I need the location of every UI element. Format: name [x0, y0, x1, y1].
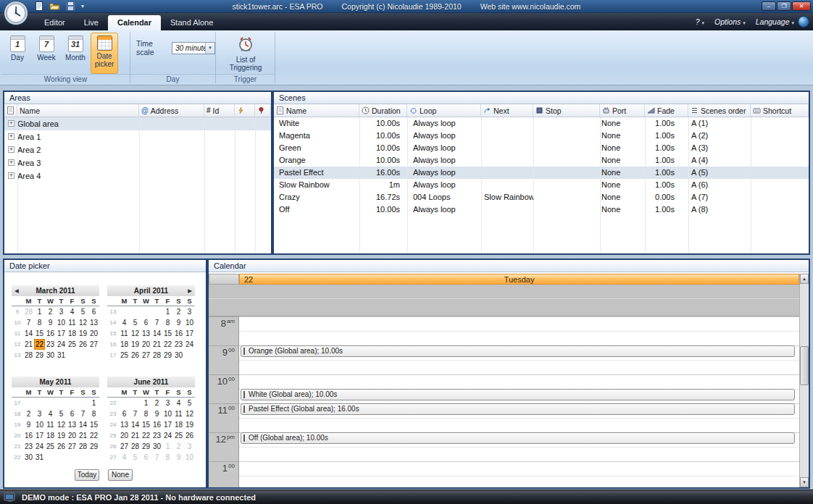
- date-picker-view-button[interactable]: Date picker: [91, 33, 118, 74]
- day-cell[interactable]: 19: [56, 430, 67, 441]
- day-cell[interactable]: 16: [45, 328, 56, 339]
- area-row[interactable]: +Area 2: [4, 143, 271, 156]
- scenes-column-header-next[interactable]: Next: [481, 104, 533, 117]
- day-cell[interactable]: 27: [67, 441, 78, 452]
- day-cell[interactable]: 1: [34, 306, 45, 317]
- day-cell[interactable]: 3: [184, 306, 195, 317]
- calendar-time-grid[interactable]: Orange (Global area); 10.00sWhite (Globa…: [239, 316, 799, 487]
- day-cell[interactable]: 22: [34, 339, 45, 350]
- new-file-icon[interactable]: [33, 1, 44, 11]
- scene-row[interactable]: Pastel Effect16.00sAlways loopNone1.00sA…: [274, 167, 809, 179]
- day-cell[interactable]: 18: [173, 419, 184, 430]
- day-cell[interactable]: 20: [88, 328, 99, 339]
- day-cell[interactable]: 17: [162, 419, 173, 430]
- day-cell[interactable]: 8: [162, 452, 173, 463]
- calendar-event[interactable]: Off (Global area); 10.00s: [241, 432, 795, 444]
- quick-access-dropdown-icon[interactable]: ▾: [81, 1, 84, 11]
- day-cell[interactable]: 28: [151, 350, 162, 361]
- scroll-down-icon[interactable]: ▼: [800, 477, 809, 487]
- areas-column-header-bolt[interactable]: [235, 104, 255, 117]
- tab-calendar[interactable]: Calendar: [108, 15, 161, 30]
- day-cell[interactable]: 2: [173, 306, 184, 317]
- day-cell[interactable]: 6: [141, 317, 151, 328]
- day-cell[interactable]: 21: [151, 339, 162, 350]
- help-menu[interactable]: ?▾: [696, 17, 704, 26]
- day-cell[interactable]: 23: [45, 339, 56, 350]
- scene-row[interactable]: Magenta10.00sAlways loopNone1.00sA (2): [274, 130, 809, 142]
- day-cell[interactable]: 21: [23, 339, 34, 350]
- scenes-column-header-name[interactable]: Name: [274, 104, 359, 117]
- day-cell[interactable]: 7: [78, 408, 88, 419]
- day-cell[interactable]: 1: [162, 441, 173, 452]
- day-cell[interactable]: 29: [141, 441, 151, 452]
- day-cell[interactable]: 26: [184, 430, 195, 441]
- day-cell[interactable]: 28: [23, 306, 34, 317]
- day-cell[interactable]: 11: [45, 419, 56, 430]
- day-cell[interactable]: 30: [23, 452, 34, 463]
- list-of-triggering-button[interactable]: List of Triggering: [220, 33, 271, 74]
- scene-row[interactable]: Green10.00sAlways loopNone1.00sA (3): [274, 142, 809, 154]
- day-cell[interactable]: 5: [78, 306, 88, 317]
- day-cell[interactable]: 8: [141, 408, 151, 419]
- day-cell[interactable]: 19: [130, 339, 141, 350]
- day-cell[interactable]: 16: [23, 430, 34, 441]
- time-scale-select[interactable]: 30 minutes ▾: [172, 42, 215, 54]
- day-cell[interactable]: 11: [119, 328, 130, 339]
- day-cell[interactable]: 10: [184, 452, 195, 463]
- day-cell[interactable]: 31: [56, 350, 67, 361]
- day-cell[interactable]: 13: [67, 419, 78, 430]
- scene-row[interactable]: Slow Rainbow1mAlways loopNone1.00sA (6): [274, 179, 809, 191]
- expand-plus-icon[interactable]: +: [8, 159, 14, 166]
- day-cell[interactable]: 4: [173, 398, 184, 408]
- areas-column-header-id[interactable]: #Id: [204, 104, 235, 117]
- tab-editor[interactable]: Editor: [35, 15, 75, 30]
- day-cell[interactable]: 30: [45, 350, 56, 361]
- day-cell[interactable]: 15: [162, 328, 173, 339]
- language-menu[interactable]: Language▾: [756, 17, 794, 26]
- day-cell[interactable]: 9: [45, 317, 56, 328]
- day-cell[interactable]: 7: [130, 408, 141, 419]
- globe-icon[interactable]: [798, 16, 809, 28]
- day-cell[interactable]: 16: [173, 328, 184, 339]
- day-cell[interactable]: 23: [23, 441, 34, 452]
- area-row[interactable]: +Area 1: [4, 130, 271, 143]
- day-cell[interactable]: 28: [23, 350, 34, 361]
- day-cell[interactable]: 29: [162, 350, 173, 361]
- areas-column-header-address[interactable]: @Address: [139, 104, 204, 117]
- day-cell[interactable]: 10: [184, 317, 195, 328]
- day-cell[interactable]: 12: [184, 408, 195, 419]
- day-cell[interactable]: 29: [88, 441, 99, 452]
- day-cell[interactable]: 11: [173, 408, 184, 419]
- expand-plus-icon[interactable]: +: [8, 120, 14, 127]
- day-cell[interactable]: 30: [151, 441, 162, 452]
- day-cell[interactable]: 6: [88, 306, 99, 317]
- day-cell[interactable]: 2: [173, 441, 184, 452]
- minimize-button[interactable]: –: [762, 1, 776, 11]
- day-cell[interactable]: 3: [184, 441, 195, 452]
- day-cell[interactable]: 14: [151, 328, 162, 339]
- day-cell[interactable]: 12: [56, 419, 67, 430]
- options-menu[interactable]: Options▾: [714, 17, 746, 26]
- day-cell[interactable]: 27: [88, 339, 99, 350]
- area-row[interactable]: +Global area: [4, 117, 271, 130]
- scene-row[interactable]: Crazy16.72s004 LoopsSlow RainbowNone0.00…: [274, 191, 809, 203]
- day-cell[interactable]: 14: [130, 419, 141, 430]
- calendar-event[interactable]: White (Global area); 10.00s: [241, 389, 795, 400]
- day-cell[interactable]: 3: [34, 408, 45, 419]
- scenes-column-header-duration[interactable]: Duration: [359, 104, 407, 117]
- scenes-column-header-port[interactable]: Port: [600, 104, 645, 117]
- day-cell[interactable]: 12: [78, 317, 88, 328]
- calendar-scrollbar[interactable]: ▲ ▼: [799, 274, 809, 487]
- scenes-column-header-scenes-order[interactable]: Scenes order: [688, 104, 751, 117]
- day-cell[interactable]: 9: [23, 419, 34, 430]
- day-cell[interactable]: 24: [184, 339, 195, 350]
- day-cell[interactable]: 27: [119, 441, 130, 452]
- day-cell[interactable]: 9: [151, 408, 162, 419]
- day-cell[interactable]: 17: [34, 430, 45, 441]
- areas-column-header-sheet[interactable]: [4, 104, 17, 117]
- day-cell[interactable]: 5: [184, 398, 195, 408]
- day-cell[interactable]: 23: [151, 430, 162, 441]
- scenes-column-header-shortcut[interactable]: Shortcut: [751, 104, 809, 117]
- day-cell[interactable]: 18: [119, 339, 130, 350]
- day-cell[interactable]: 30: [173, 350, 184, 361]
